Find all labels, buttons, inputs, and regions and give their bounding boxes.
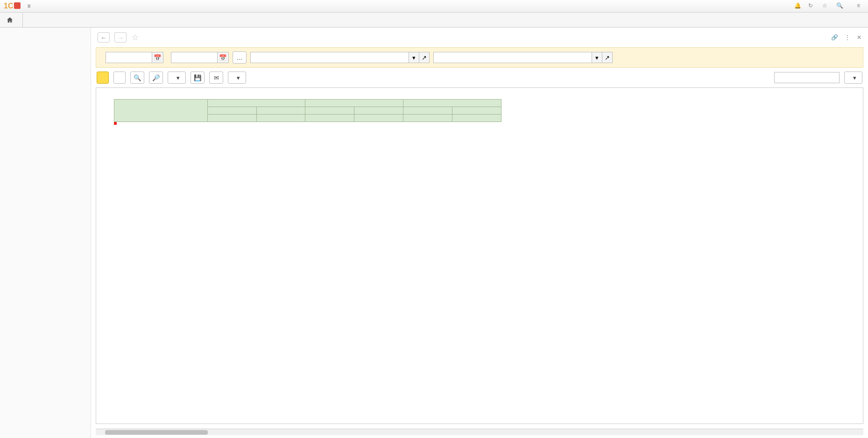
period-picker-button[interactable]: …	[233, 51, 247, 64]
hdr-saldo-end	[403, 100, 501, 107]
hdr-c3	[452, 107, 501, 115]
sidebar	[0, 28, 91, 438]
more-button[interactable]: ▾	[844, 72, 862, 84]
subkonto-type-open-icon[interactable]: ↗	[419, 52, 430, 63]
close-page-icon[interactable]: ✕	[857, 34, 861, 41]
user-menu-icon[interactable]: ≡	[857, 2, 864, 10]
report-toolbar: 🔍 🔎 ▾ 💾 ✉ ▾ ▾	[91, 68, 868, 87]
generate-button[interactable]	[97, 72, 109, 84]
kebab-menu-icon[interactable]: ⋮	[845, 34, 850, 41]
star-icon[interactable]: ☆	[822, 2, 830, 10]
hdr-d3	[403, 107, 452, 115]
horizontal-scrollbar[interactable]	[96, 429, 863, 435]
subkonto-type-select[interactable]	[250, 52, 409, 63]
menu-icon[interactable]: ≡	[27, 3, 30, 9]
titlebar: 1C ≡ 🔔 ↻ ☆ 🔍 ≡	[0, 0, 868, 13]
hdr-d2	[305, 107, 354, 115]
logo-1c: 1C	[4, 2, 21, 10]
search-report-button[interactable]: 🔍	[130, 72, 144, 84]
page-header: ← → ☆ 🔗 ⋮ ✕	[91, 28, 868, 47]
date-to-input[interactable]	[171, 52, 218, 63]
sum-display	[774, 72, 840, 83]
report-table[interactable]	[114, 99, 501, 122]
hdr-saldo-start	[207, 100, 305, 107]
hdr-d1	[207, 107, 256, 115]
home-tab[interactable]	[0, 13, 23, 27]
favorite-star-icon[interactable]: ☆	[131, 32, 139, 43]
print-button[interactable]: ▾	[168, 72, 186, 84]
calendar-from-button[interactable]: 📅	[152, 52, 163, 63]
home-icon	[7, 17, 13, 23]
save-button[interactable]: 💾	[191, 72, 205, 84]
subkonto-value-open-icon[interactable]: ↗	[602, 52, 613, 63]
date-from-input[interactable]	[106, 52, 152, 63]
report-note	[114, 95, 861, 99]
search-icon[interactable]: 🔍	[836, 2, 844, 10]
hdr-c2	[354, 107, 403, 115]
email-button[interactable]: ✉	[209, 72, 223, 84]
subkonto-value-select[interactable]	[433, 52, 592, 63]
search-next-button[interactable]: 🔎	[149, 72, 163, 84]
nav-back-button[interactable]: ←	[98, 32, 110, 43]
calendar-to-button[interactable]: 📅	[218, 52, 229, 63]
subkonto-value-dropdown-icon[interactable]: ▾	[592, 52, 602, 63]
tabbar	[0, 13, 868, 28]
subkonto-type-dropdown-icon[interactable]: ▾	[409, 52, 419, 63]
register-button[interactable]: ▾	[228, 72, 246, 84]
filter-panel: 📅 📅 … ▾ ↗ ▾ ↗	[96, 47, 863, 68]
show-settings-button[interactable]	[113, 72, 126, 84]
link-icon[interactable]: 🔗	[831, 34, 838, 41]
hdr-turnover	[305, 100, 403, 107]
report-area[interactable]	[96, 87, 863, 424]
history-icon[interactable]: ↻	[808, 2, 816, 10]
nav-forward-button[interactable]: →	[114, 32, 127, 43]
hdr-c1	[256, 107, 305, 115]
bell-icon[interactable]: 🔔	[794, 2, 802, 10]
